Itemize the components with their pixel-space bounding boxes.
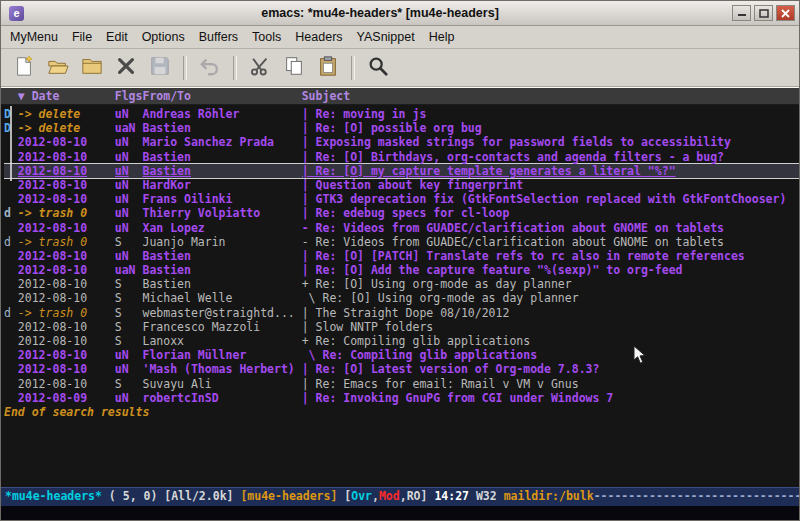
cut-button[interactable] (246, 54, 274, 82)
message-row[interactable]: 2012-08-10SFrancesco Mazzoli| Slow NNTP … (4, 320, 799, 334)
from-cell: Bastien (142, 121, 301, 135)
message-row[interactable]: 2012-08-10SLanoxx+ Re: Compiling glib ap… (4, 334, 799, 348)
mark-cell (4, 391, 18, 405)
save-button[interactable] (146, 54, 174, 82)
message-row[interactable]: d-> trash 0Swebmaster@straightd...| The … (4, 306, 799, 320)
message-row[interactable]: D-> deleteuaNBastien| Re: [O] possible o… (4, 121, 799, 135)
subject-cell: | The Straight Dope 08/10/2012 (302, 306, 799, 320)
modeline-segment: , (400, 488, 407, 506)
message-row[interactable]: 2012-08-10uNFrans Oilinki| GTK3 deprecat… (4, 192, 799, 206)
from-cell: Frans Oilinki (142, 192, 301, 206)
date-cell: 2012-08-10 (18, 135, 115, 149)
dired-button[interactable] (78, 54, 106, 82)
modeline-segment: *mu4e-headers* (5, 488, 102, 506)
toolbar-separator (351, 56, 355, 80)
modeline-segment: Mod (379, 488, 400, 506)
message-row[interactable]: D-> deleteuNAndreas Röhler| Re: moving i… (4, 107, 799, 121)
new-file-button[interactable] (10, 54, 38, 82)
mark-cell (4, 263, 18, 277)
menu-file[interactable]: File (65, 28, 99, 46)
date-cell: 2012-08-10 (18, 178, 115, 192)
menu-buffers[interactable]: Buffers (192, 28, 245, 46)
flags-cell: S (115, 306, 143, 320)
flags-cell: uN (115, 362, 143, 376)
message-row[interactable]: 2012-08-10SMichael Welle \ Re: [O] Using… (4, 291, 799, 305)
date-cell: 2012-08-10 (18, 249, 115, 263)
open-file-icon (47, 55, 69, 81)
date-cell: 2012-08-10 (18, 334, 115, 348)
date-cell: -> trash 0 (18, 206, 115, 220)
flags-cell: S (115, 235, 143, 249)
message-row[interactable]: 2012-08-10SSuvayu Ali| Re: Emacs for ema… (4, 377, 799, 391)
date-cell: 2012-08-10 (18, 192, 115, 206)
open-file-button[interactable] (44, 54, 72, 82)
message-row[interactable]: 2012-08-10uN'Mash (Thomas Herbert)| Re: … (4, 362, 799, 376)
message-row[interactable]: d-> trash 0uNThierry Volpiatto| Re: edeb… (4, 206, 799, 220)
message-row[interactable]: 2012-08-10SBastien+ Re: [O] Using org-mo… (4, 277, 799, 291)
menu-yasnippet[interactable]: YASnippet (350, 28, 422, 46)
minimize-button[interactable] (732, 5, 751, 21)
menu-edit[interactable]: Edit (99, 28, 135, 46)
modeline-segment: ( 5, 0) (102, 488, 164, 506)
subject-cell: \ Re: Compiling glib applications (302, 348, 799, 362)
tool-bar (1, 49, 799, 87)
undo-button[interactable] (196, 54, 224, 82)
modeline-segment: [mu4e-headers] (240, 488, 344, 506)
mark-cell: d (4, 306, 18, 320)
maximize-button[interactable] (754, 5, 773, 21)
kill-buffer-button[interactable] (112, 54, 140, 82)
message-row[interactable]: 2012-08-10uNBastien| Re: [O] my capture … (4, 164, 799, 178)
menu-mymenu[interactable]: MyMenu (3, 28, 65, 46)
title-bar[interactable]: e emacs: *mu4e-headers* [mu4e-headers] (1, 1, 799, 26)
toolbar-separator (233, 56, 237, 80)
header-subject[interactable]: Subject (302, 88, 799, 104)
subject-cell: | Slow NNTP folders (302, 320, 799, 334)
dired-icon (81, 55, 103, 81)
cut-icon (249, 55, 271, 81)
end-of-results-text: End of search results (4, 405, 799, 419)
date-cell: -> trash 0 (18, 306, 115, 320)
subject-cell: | Re: moving in js (302, 107, 799, 121)
kill-buffer-icon (115, 55, 137, 81)
message-row[interactable]: d-> trash 0SJuanjo Marin- Re: Videos fro… (4, 235, 799, 249)
close-icon (781, 9, 790, 18)
emacs-app-icon: e (9, 6, 24, 21)
mark-cell (4, 377, 18, 391)
message-row[interactable]: 2012-08-10uaNBastien| Re: [O] Add the ca… (4, 263, 799, 277)
modeline-segment: , (372, 488, 379, 506)
minimize-icon (737, 9, 747, 17)
paste-button[interactable] (314, 54, 342, 82)
message-row[interactable]: 2012-08-10uNHardKor| Question about key … (4, 178, 799, 192)
header-date-sort[interactable]: ▼ Date (18, 88, 115, 104)
undo-icon (199, 55, 221, 81)
search-button[interactable] (364, 54, 392, 82)
message-row[interactable]: 2012-08-10uNMario Sanchez Prada| Exposin… (4, 135, 799, 149)
flags-cell: uN (115, 249, 143, 263)
from-cell: Thierry Volpiatto (142, 206, 301, 220)
window-controls (732, 5, 795, 21)
menu-headers[interactable]: Headers (288, 28, 349, 46)
message-row[interactable]: 2012-08-09uNrobertcInSD| Re: Invoking Gn… (4, 391, 799, 405)
header-from[interactable]: From/To (142, 88, 301, 104)
header-flags[interactable]: Flgs (115, 88, 143, 104)
from-cell: Bastien (142, 249, 301, 263)
menu-options[interactable]: Options (135, 28, 192, 46)
message-row[interactable]: 2012-08-10uNFlorian Müllner \ Re: Compil… (4, 348, 799, 362)
subject-cell: + Re: [O] Using org-mode as day planner (302, 277, 799, 291)
save-icon (149, 55, 171, 81)
close-button[interactable] (776, 5, 795, 21)
scrollbar-thumb[interactable] (10, 106, 12, 181)
flags-cell: uN (115, 107, 143, 121)
message-row[interactable]: 2012-08-10uNXan Lopez- Re: Videos from G… (4, 221, 799, 235)
copy-icon (283, 55, 305, 81)
copy-button[interactable] (280, 54, 308, 82)
date-cell: -> delete (18, 121, 115, 135)
message-row[interactable]: 2012-08-10uNBastien| Re: [O] [PATCH] Tra… (4, 249, 799, 263)
message-row[interactable]: 2012-08-10uNBastien| Re: [O] Birthdays, … (4, 150, 799, 164)
mark-cell (4, 291, 18, 305)
subject-cell: | GTK3 deprecation fix (GtkFontSelection… (302, 192, 799, 206)
flags-cell: uN (115, 135, 143, 149)
menu-tools[interactable]: Tools (245, 28, 288, 46)
flags-cell: uN (115, 178, 143, 192)
menu-help[interactable]: Help (422, 28, 462, 46)
